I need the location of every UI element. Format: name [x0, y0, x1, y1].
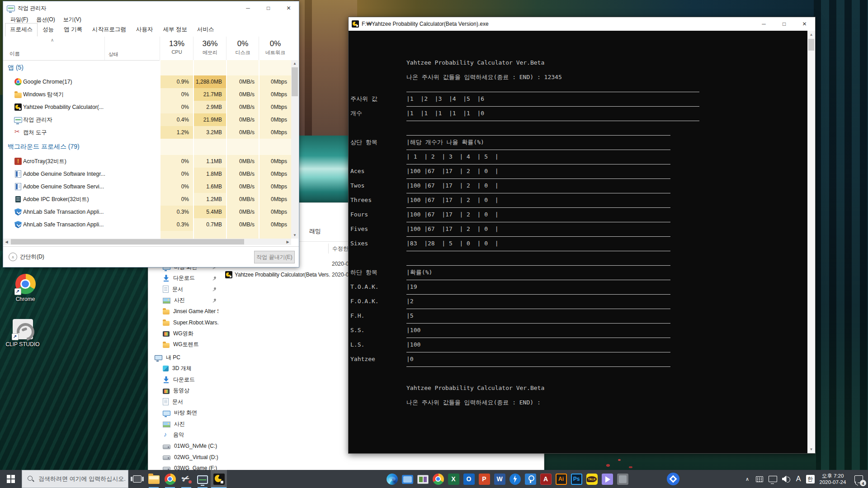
taskbar-app-button[interactable]: P [476, 470, 492, 488]
taskbar-app-button[interactable]: X [446, 470, 461, 488]
tab[interactable]: 세부 정보 [158, 23, 192, 37]
sidebar-item[interactable]: WG영화 [148, 328, 221, 339]
scroll-up-icon[interactable]: ▲ [807, 31, 815, 38]
sidebar-item[interactable]: 다운로드 [148, 273, 221, 284]
taskbar-app-button[interactable]: W [492, 470, 507, 488]
taskbar-app-button[interactable] [507, 470, 523, 488]
process-row[interactable]: Adobe Genuine Software Integr... 0% 1.8M… [3, 168, 291, 180]
scroll-right-icon[interactable]: ▶ [284, 239, 291, 245]
process-row[interactable] [3, 231, 291, 239]
taskbar-app-button[interactable]: TALK [584, 470, 599, 488]
minimize-button[interactable]: ─ [754, 17, 774, 31]
taskbar-app-button[interactable]: O [461, 470, 476, 488]
taskbar-app-button[interactable] [430, 470, 446, 488]
taskbar-app-button[interactable] [384, 470, 400, 488]
vertical-scrollbar[interactable]: ▲ ▼ [291, 60, 298, 239]
taskbar-search-box[interactable]: 검색하려면 여기에 입력하십시오. [22, 470, 128, 488]
sidebar-item[interactable]: 3D 개체 [148, 363, 221, 375]
taskbar-app-button[interactable]: Ai [553, 470, 569, 488]
taskbar-app-button[interactable] [615, 470, 630, 488]
file-row[interactable]: Yahtzee Probability Calculator(Beta Vers… [225, 269, 330, 280]
scrollbar-thumb[interactable] [292, 67, 298, 96]
process-row[interactable]: Adobe IPC Broker(32비트) 0% 1.2MB 0MB/s 0M… [3, 193, 291, 206]
sidebar-item[interactable]: 다운로드 [148, 374, 221, 385]
taskbar-app-button[interactable] [665, 470, 682, 488]
taskbar-app-button[interactable] [194, 470, 211, 488]
taskbar-app-button[interactable] [415, 470, 430, 488]
taskbar-app-button[interactable] [523, 470, 538, 488]
process-row[interactable]: Google Chrome(17) 0.9% 1,288.0MB 0MB/s 0… [3, 75, 291, 88]
maximize-button[interactable]: □ [774, 17, 794, 31]
console-body[interactable]: Yahtzee Probability Calculator Ver.Beta … [349, 31, 815, 453]
process-row[interactable]: 백그라운드 프로세스 (79) [3, 139, 291, 155]
tab[interactable]: 사용자 [131, 23, 158, 37]
hidden-icons-chevron[interactable]: ∧ [741, 470, 753, 488]
taskbar-app-button[interactable]: Ps [569, 470, 584, 488]
tab[interactable]: 앱 기록 [59, 23, 87, 37]
process-row[interactable]: 캡처 도구 1.2% 3.2MB 0MB/s 0Mbps [3, 126, 291, 139]
taskbar-app-button[interactable] [211, 470, 227, 488]
process-row[interactable]: AcroTray(32비트) 0% 1.1MB 0MB/s 0Mbps [3, 155, 291, 168]
sidebar-item[interactable]: 음악 [148, 430, 221, 441]
tab[interactable]: 서비스 [192, 23, 219, 37]
taskbar-app-button[interactable] [178, 470, 194, 488]
process-row[interactable]: AhnLab Safe Transaction Appli... 0.3% 5.… [3, 206, 291, 218]
column-status[interactable]: 상태 [104, 37, 160, 60]
touch-keyboard-icon[interactable] [753, 470, 766, 488]
scrollbar-thumb[interactable] [11, 239, 244, 244]
tab[interactable]: 성능 [38, 23, 59, 37]
scroll-down-icon[interactable]: ▼ [291, 232, 298, 239]
sidebar-item[interactable]: Super.Robot.Wars.X [148, 317, 221, 328]
process-row[interactable]: Yahtzee Probability Calculator(... 0% 2.… [3, 101, 291, 113]
sidebar-item[interactable]: 02WG_Virtual (D:) [148, 452, 221, 463]
sidebar-item[interactable]: Jinsei Game Alter S [148, 306, 221, 317]
close-button[interactable]: ✕ [794, 17, 815, 31]
end-task-button[interactable]: 작업 끝내기(E) [254, 251, 295, 263]
column-cpu[interactable]: 13% CPU [160, 37, 193, 60]
sidebar-item[interactable]: 동영상 [148, 385, 221, 397]
fewer-details-toggle[interactable]: ∧ 간단히(D) [9, 253, 44, 261]
sidebar-item[interactable]: 01WG_NvMe (C:) [148, 441, 221, 452]
action-center-button[interactable]: 4 [849, 470, 868, 488]
process-row[interactable]: 앱 (5) [3, 60, 291, 75]
taskbar-clock[interactable]: 오후 7:20 2020-07-24 [816, 470, 849, 488]
column-disk[interactable]: 0% 디스크 [226, 37, 259, 60]
column-network[interactable]: 0% 네트워크 [259, 37, 292, 60]
scroll-down-icon[interactable]: ▼ [807, 446, 815, 453]
sidebar-item[interactable]: 사진 [148, 295, 221, 306]
taskbar-app-button[interactable] [400, 470, 415, 488]
desktop-icon-chrome[interactable]: ↗ Chrome [6, 274, 44, 302]
taskbar-app-button[interactable] [162, 470, 178, 488]
start-button[interactable] [0, 470, 22, 488]
close-button[interactable]: ✕ [278, 1, 299, 15]
column-name[interactable]: 이름 [9, 51, 20, 57]
horizontal-scrollbar[interactable]: ◀ ▶ [3, 239, 291, 245]
sidebar-item[interactable]: 내 PC [148, 352, 221, 363]
scroll-left-icon[interactable]: ◀ [3, 239, 10, 245]
console-scrollbar[interactable]: ▲ ▼ [807, 31, 815, 453]
process-row[interactable]: 작업 관리자 0.4% 21.9MB 0MB/s 0Mbps [3, 113, 291, 126]
task-view-button[interactable] [128, 470, 146, 488]
taskbar-app-button[interactable]: A [538, 470, 553, 488]
sidebar-item[interactable]: 바탕 화면 [148, 408, 221, 419]
minimize-button[interactable]: ─ [238, 1, 258, 15]
network-icon[interactable] [766, 470, 779, 488]
desktop-icon-clip-studio[interactable]: ↗ CLIP STUDIO [4, 319, 42, 347]
process-row[interactable]: Adobe Genuine Software Servi... 0% 1.6MB… [3, 180, 291, 193]
tab[interactable]: 프로세스 [5, 23, 38, 37]
tab[interactable]: 시작프로그램 [87, 23, 131, 37]
scroll-up-icon[interactable]: ▲ [291, 60, 298, 67]
sidebar-item[interactable]: 사진 [148, 418, 221, 430]
column-memory[interactable]: 36% 메모리 [193, 37, 226, 60]
volume-icon[interactable] [779, 470, 793, 488]
scrollbar-thumb[interactable] [808, 39, 814, 51]
sidebar-item[interactable]: WG토렌트 [148, 339, 221, 351]
process-row[interactable]: AhnLab Safe Transaction Appli... 0.3% 0.… [3, 218, 291, 231]
console-titlebar[interactable]: F:₩Yahtzee Probability Calculator(Beta V… [349, 17, 815, 31]
taskbar-app-button[interactable] [146, 470, 162, 488]
ime-latin-indicator[interactable]: A [793, 470, 804, 488]
sidebar-item[interactable]: 문서 [148, 396, 221, 408]
ime-korean-indicator[interactable]: 한 [804, 470, 816, 488]
taskbar-app-button[interactable] [599, 470, 615, 488]
sidebar-item[interactable]: 문서 [148, 284, 221, 295]
